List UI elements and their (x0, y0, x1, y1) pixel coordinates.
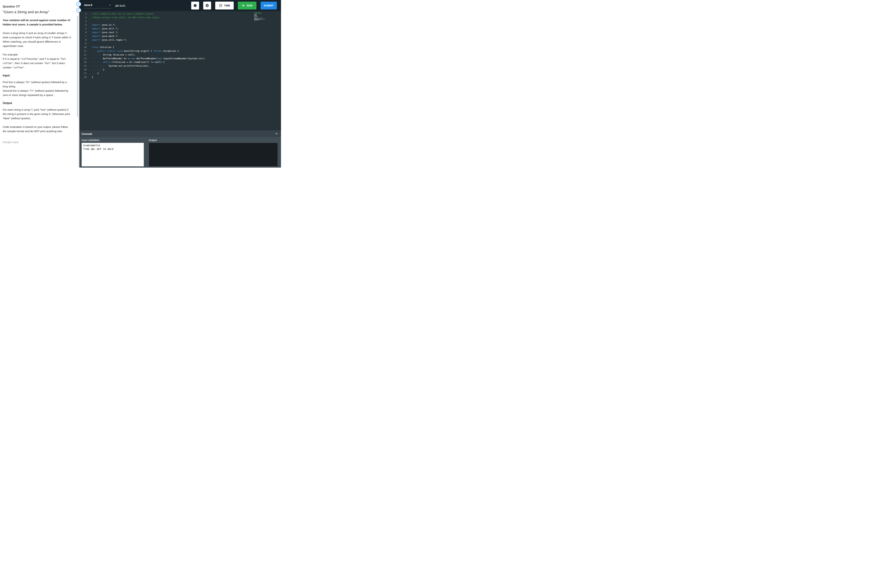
inline-code: "Coffeeshop" (20, 58, 38, 60)
code-line-content: ············System.out.println(thisLine)… (92, 64, 149, 67)
problem-panel: Question 7/7 "Given a String and an Arra… (0, 0, 78, 167)
stdout-section: Output (149, 138, 278, 167)
code-line-content: //Hit·compile·and·run·to·see·a·sample·ou… (92, 12, 155, 15)
run-button-label: RUN (247, 4, 252, 7)
minimap-line (254, 16, 258, 17)
minimap-line (254, 13, 262, 14)
line-number: 9 (79, 42, 87, 46)
minimap-line (254, 20, 261, 20)
code-line: 13········BufferedReader·br·=·new·Buffer… (79, 57, 281, 61)
problem-statement: Given a long string S and an array of sm… (3, 31, 72, 48)
gear-icon (205, 4, 209, 8)
line-number: 12 (79, 53, 87, 57)
code-line: 5import·java.util.*; (79, 27, 281, 30)
code-line: 2//Read·values·from·stdin,·do·NOT·hard·c… (79, 16, 281, 20)
minimap-line (254, 19, 265, 19)
minimap-line (254, 16, 257, 16)
console-panel: Console Input (editable) S=abcbdefcd T=a… (79, 130, 281, 167)
minimap-line (254, 20, 259, 20)
output-label: Output (149, 138, 278, 141)
jdk-label: jdk 8u51 (116, 4, 126, 7)
code-line-content: } (92, 76, 93, 78)
chevron-down-icon (275, 132, 278, 135)
minimap-line (254, 15, 257, 15)
collapse-panel-button[interactable] (76, 2, 81, 6)
line-number: 18 (79, 75, 87, 79)
code-line: 6import·java.text.*; (79, 30, 281, 34)
info-icon (193, 4, 197, 8)
output-description: For each string in array T, print "true"… (3, 108, 72, 120)
code-line-content: ····public·static·void·main(String·args[… (92, 50, 179, 52)
scoring-note: Your solution will be scored against som… (3, 18, 72, 27)
minimap-line (254, 15, 257, 15)
input-heading: Input (3, 74, 72, 77)
editor-toolbar: Java-8 jdk 8u51 TIME RUN SU (79, 0, 281, 11)
toolbar-actions: TIME RUN SUBMIT (191, 2, 277, 9)
example-paragraph: If S is equal to "Coffeeshop" and T is e… (3, 57, 72, 70)
run-button[interactable]: RUN (238, 2, 256, 9)
line-number: 7 (79, 34, 87, 38)
evaluation-note: Code evaluation is based on your output,… (3, 125, 72, 134)
code-line-content: import·java.text.*; (92, 31, 119, 33)
question-counter: Question 7/7 (3, 5, 72, 8)
code-line: 4import·java.io.*; (79, 23, 281, 27)
expand-panel-button[interactable] (76, 8, 81, 12)
line-number: 15 (79, 64, 87, 68)
line-number: 8 (79, 38, 87, 42)
code-editor[interactable]: 1//Hit·compile·and·run·to·see·a·sample·o… (79, 11, 281, 130)
line-number: 1 (79, 12, 87, 16)
language-value: Java-8 (84, 3, 92, 6)
time-button-label: TIME (224, 4, 230, 7)
example-lead: For example: (3, 52, 72, 57)
code-line: 18} (79, 75, 281, 79)
text-run: If S is equal to (3, 57, 20, 60)
console-body: Input (editable) S=abcbdefcd T=ab abc de… (79, 137, 281, 167)
line-number: 17 (79, 71, 87, 75)
line-number: 16 (79, 68, 87, 71)
output-heading: Output (3, 102, 72, 105)
chevron-down-icon (109, 4, 111, 6)
line-number: 11 (79, 49, 87, 53)
code-line: 15············System.out.println(thisLin… (79, 64, 281, 68)
chevron-right-icon (78, 9, 80, 11)
code-line: 10class·Solution·{ (79, 46, 281, 49)
code-line: 1//Hit·compile·and·run·to·see·a·sample·o… (79, 12, 281, 16)
minimap-line (254, 18, 258, 19)
time-button[interactable]: TIME (215, 2, 234, 9)
line-number: 2 (79, 16, 87, 20)
settings-button[interactable] (203, 2, 211, 9)
inline-code: "coffee" (12, 66, 24, 69)
left-panel-scrollbar[interactable] (77, 16, 78, 117)
code-line-content: import·java.math.*; (92, 35, 119, 37)
code-line-content: import·java.util.regex.*; (92, 38, 127, 41)
code-line: 7import·java.math.*; (79, 34, 281, 38)
code-line-content: ········} (92, 68, 104, 71)
minimap[interactable] (254, 12, 267, 22)
info-button[interactable] (191, 2, 199, 9)
text-run: and T is equal to (38, 57, 60, 60)
submit-button[interactable]: SUBMIT (261, 2, 277, 9)
line-number: 5 (79, 27, 87, 30)
code-line: 17····} (79, 71, 281, 75)
line-number: 10 (79, 46, 87, 49)
stdin-textarea[interactable]: S=abcbdefcd T=ab abc def cd abcd (82, 143, 144, 167)
console-title: Console (82, 132, 92, 135)
code-line-content: ····} (92, 72, 99, 74)
code-line: 9 (79, 42, 281, 46)
code-line-content: ········String·thisLine·=·null; (92, 53, 135, 56)
stdout-textarea[interactable] (149, 143, 278, 167)
clock-icon (219, 4, 222, 8)
text-run: . (24, 66, 25, 69)
console-collapse-button[interactable] (275, 132, 278, 135)
code-line: 14········while·((thisLine·=·br.readLine… (79, 60, 281, 64)
line-number: 4 (79, 23, 87, 27)
minimap-line (254, 17, 257, 18)
code-line: 16········} (79, 68, 281, 71)
play-icon (242, 4, 245, 7)
language-select[interactable]: Java-8 (84, 3, 111, 8)
chevron-left-icon (78, 3, 80, 5)
line-number: 6 (79, 30, 87, 34)
code-line: 3 (79, 20, 281, 23)
code-lines: 1//Hit·compile·and·run·to·see·a·sample·o… (79, 12, 281, 79)
inline-code: "hot" (44, 62, 51, 65)
